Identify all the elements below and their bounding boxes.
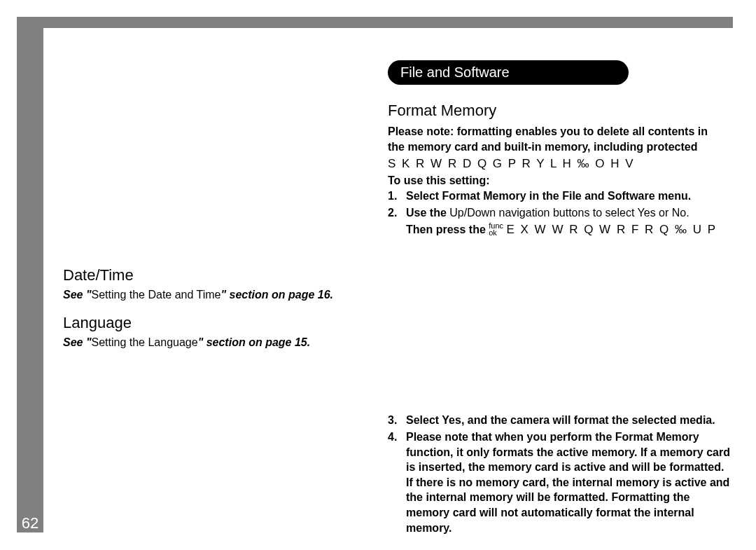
page-number: 62 — [17, 514, 43, 532]
step-2-garbled: E X W W R Q W R F R Q ‰ U P — [507, 223, 718, 236]
ok-label: ok — [489, 230, 503, 237]
step-3-text: Select Yes, and the camera will format t… — [406, 414, 715, 426]
heading-language: Language — [63, 314, 364, 332]
step-3: Select Yes, and the camera will format t… — [388, 413, 731, 428]
step-1-text: Select Format Memory in the File and Sof… — [406, 190, 691, 202]
step-4-text: Please note that when you perform the Fo… — [406, 431, 730, 534]
step-4: Please note that when you perform the Fo… — [388, 429, 731, 535]
ref-title: Setting the Date and Time — [92, 289, 221, 301]
func-ok-icon: func ok — [489, 223, 503, 237]
manual-page: 62 Date/Time See "Setting the Date and T… — [0, 0, 756, 550]
top-bar — [43, 17, 733, 28]
note-line-1: Please note: formatting enables you to d… — [388, 124, 731, 139]
ref-prefix: See " — [63, 336, 92, 348]
steps-list-continued: Select Yes, and the camera will format t… — [388, 413, 731, 535]
ref-date-time: See "Setting the Date and Time" section … — [63, 289, 364, 301]
garbled-line-1: S K R W R D Q G P R Y L H ‰ O H V — [388, 154, 731, 173]
section-pill-file-and-software: File and Software — [388, 60, 629, 85]
heading-format-memory: Format Memory — [388, 102, 731, 120]
steps-list: Select Format Memory in the File and Sof… — [388, 188, 731, 239]
step-2-b: Up/Down navigation buttons to select Yes… — [449, 207, 689, 219]
right-column: File and Software Format Memory Please n… — [388, 60, 731, 537]
left-sidebar — [17, 17, 43, 532]
illustration-placeholder — [388, 240, 731, 413]
step-2-a: Use the — [406, 207, 449, 219]
to-use-this-setting: To use this setting: — [388, 173, 731, 188]
content-area: Date/Time See "Setting the Date and Time… — [43, 28, 733, 532]
ref-language: See "Setting the Language" section on pa… — [63, 336, 364, 349]
ref-prefix: See " — [63, 289, 92, 301]
ref-suffix: " section on page 16. — [221, 289, 334, 301]
heading-date-time: Date/Time — [63, 266, 364, 284]
left-column: Date/Time See "Setting the Date and Time… — [63, 258, 364, 362]
ref-title: Setting the Language — [92, 336, 198, 348]
step-1: Select Format Memory in the File and Sof… — [388, 188, 731, 204]
step-2: Use the Up/Down navigation buttons to se… — [388, 205, 731, 240]
note-line-2: the memory card and built-in memory, inc… — [388, 139, 731, 155]
step-2-c: Then press the — [406, 224, 489, 235]
ref-suffix: " section on page 15. — [198, 336, 311, 348]
